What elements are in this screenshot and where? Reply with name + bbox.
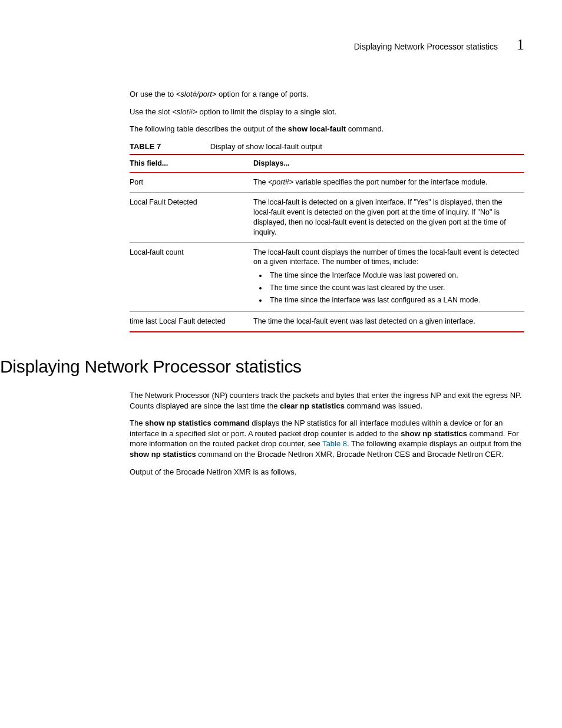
- section-para-1: The Network Processor (NP) counters trac…: [130, 390, 524, 411]
- list-item: The time since the count was last cleare…: [267, 282, 520, 294]
- table-8-link[interactable]: Table 8: [322, 439, 347, 448]
- section-body: The Network Processor (NP) counters trac…: [130, 390, 524, 477]
- table-row: Local-fault count The local-fault count …: [130, 242, 524, 311]
- body-content: Or use the to <slot#/port> option for a …: [130, 89, 524, 332]
- table-header-field: This field...: [130, 154, 253, 172]
- field-cell: Local Fault Detected: [130, 193, 253, 243]
- displays-cell: The local-fault is detected on a given i…: [253, 193, 524, 243]
- local-fault-table: This field... Displays... Port The <port…: [130, 154, 524, 332]
- table-label: TABLE 7: [130, 142, 161, 151]
- displays-cell: The local-fault count displays the numbe…: [253, 242, 524, 311]
- table-caption: TABLE 7 Display of show local-fault outp…: [130, 141, 524, 152]
- section-para-2: The show np statistics command displays …: [130, 418, 524, 459]
- table-caption-text: Display of show local-fault output: [210, 142, 322, 151]
- intro-para-3: The following table describes the output…: [130, 124, 524, 134]
- section-para-3: Output of the Brocade NetIron XMR is as …: [130, 467, 524, 477]
- bullet-list: The time since the Interface Module was …: [267, 269, 520, 307]
- section-heading: Displaying Network Processor statistics: [0, 355, 524, 379]
- field-cell: Local-fault count: [130, 242, 253, 311]
- displays-cell: The <port#> variable specifies the port …: [253, 173, 524, 193]
- running-title: Displaying Network Processor statistics: [354, 41, 498, 52]
- table-row: time last Local Fault detected The time …: [130, 311, 524, 331]
- table-row: Port The <port#> variable specifies the …: [130, 173, 524, 193]
- chapter-number: 1: [517, 34, 524, 55]
- running-header: Displaying Network Processor statistics …: [65, 34, 524, 55]
- list-item: The time since the Interface Module was …: [267, 269, 520, 282]
- field-cell: time last Local Fault detected: [130, 311, 253, 331]
- displays-cell: The time the local-fault event was last …: [253, 311, 524, 331]
- field-cell: Port: [130, 173, 253, 193]
- intro-para-2: Use the slot <slot#> option to limit the…: [130, 107, 524, 117]
- list-item: The time since the interface was last co…: [267, 294, 520, 307]
- table-row: Local Fault Detected The local-fault is …: [130, 193, 524, 243]
- intro-para-1: Or use the to <slot#/port> option for a …: [130, 89, 524, 100]
- table-header-displays: Displays...: [253, 154, 524, 172]
